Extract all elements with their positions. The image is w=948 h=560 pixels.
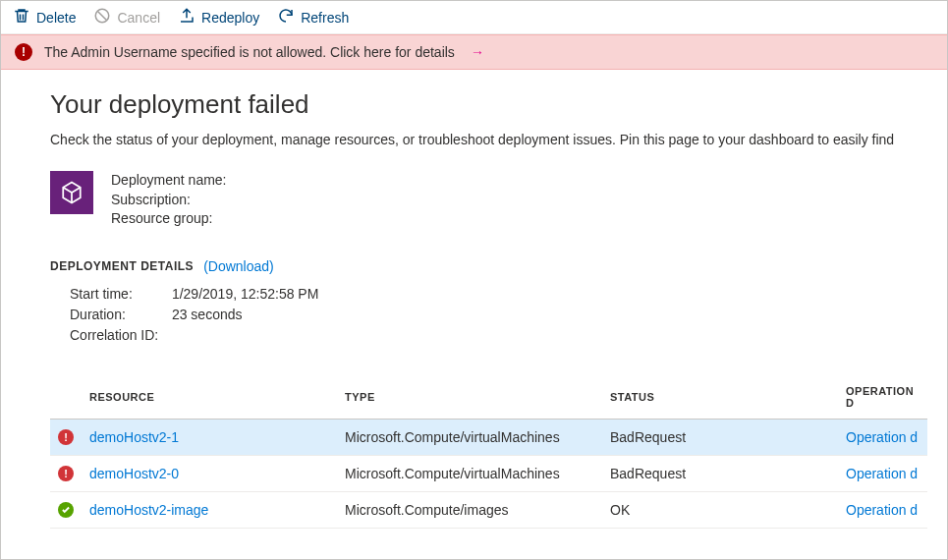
operation-link[interactable]: Operation d: [846, 429, 918, 445]
operation-link[interactable]: Operation d: [846, 502, 918, 518]
success-icon: [58, 502, 74, 518]
delete-button[interactable]: Delete: [13, 7, 76, 28]
resource-group-label: Resource group:: [111, 209, 227, 229]
toolbar: Delete Cancel Redeploy Refresh: [1, 1, 947, 34]
trash-icon: [13, 7, 30, 28]
page-subtitle: Check the status of your deployment, man…: [50, 132, 927, 147]
col-status-icon: [50, 375, 82, 420]
deployment-table: RESOURCE TYPE STATUS OPERATION D !demoHo…: [50, 375, 927, 529]
col-type[interactable]: TYPE: [337, 375, 602, 420]
details-title: DEPLOYMENT DETAILS: [50, 259, 194, 273]
col-operation[interactable]: OPERATION D: [838, 375, 927, 420]
correlation-id-label: Correlation ID:: [70, 325, 168, 346]
resource-cell: demoHostv2-1: [82, 419, 337, 455]
status-cell: OK: [602, 491, 838, 528]
table-row[interactable]: !demoHostv2-1Microsoft.Compute/virtualMa…: [50, 419, 927, 455]
operation-cell: Operation d: [838, 491, 927, 528]
redeploy-button[interactable]: Redeploy: [178, 7, 259, 28]
type-cell: Microsoft.Compute/virtualMachines: [337, 419, 602, 455]
error-icon: !: [58, 429, 74, 445]
resource-link[interactable]: demoHostv2-1: [89, 429, 179, 445]
duration-value: 23 seconds: [172, 307, 243, 322]
resource-link[interactable]: demoHostv2-image: [89, 502, 208, 518]
operation-link[interactable]: Operation d: [846, 466, 918, 481]
details-block: Start time: 1/29/2019, 12:52:58 PM Durat…: [50, 284, 927, 346]
details-header: DEPLOYMENT DETAILS (Download): [50, 258, 927, 274]
cancel-label: Cancel: [117, 10, 160, 26]
banner-text: The Admin Username specified is not allo…: [44, 44, 455, 60]
table-row[interactable]: !demoHostv2-0Microsoft.Compute/virtualMa…: [50, 455, 927, 491]
resource-cell: demoHostv2-image: [82, 491, 337, 528]
start-time-value: 1/29/2019, 12:52:58 PM: [172, 286, 318, 302]
deployment-name-label: Deployment name:: [111, 171, 227, 191]
deployment-icon: [50, 171, 93, 214]
refresh-label: Refresh: [301, 10, 349, 26]
start-time-label: Start time:: [70, 284, 168, 305]
type-cell: Microsoft.Compute/virtualMachines: [337, 455, 602, 491]
delete-label: Delete: [36, 10, 76, 26]
content-area: Your deployment failed Check the status …: [1, 70, 947, 529]
page-title: Your deployment failed: [50, 89, 927, 120]
error-banner[interactable]: ! The Admin Username specified is not al…: [1, 34, 947, 70]
table-row[interactable]: demoHostv2-imageMicrosoft.Compute/images…: [50, 491, 927, 528]
download-link[interactable]: (Download): [203, 258, 274, 274]
status-cell: BadRequest: [602, 455, 838, 491]
cancel-button: Cancel: [93, 7, 160, 28]
arrow-right-icon: →: [471, 44, 484, 60]
error-icon: !: [58, 466, 74, 481]
operation-cell: Operation d: [838, 419, 927, 455]
refresh-icon: [277, 7, 295, 28]
col-resource[interactable]: RESOURCE: [82, 375, 337, 420]
deployment-summary: Deployment name: Subscription: Resource …: [50, 171, 927, 229]
refresh-button[interactable]: Refresh: [277, 7, 349, 28]
type-cell: Microsoft.Compute/images: [337, 491, 602, 528]
duration-label: Duration:: [70, 305, 168, 325]
redeploy-label: Redeploy: [201, 10, 259, 26]
status-cell: BadRequest: [602, 419, 838, 455]
error-icon: !: [15, 43, 32, 61]
row-status-cell: !: [50, 455, 82, 491]
row-status-cell: [50, 491, 82, 528]
resource-link[interactable]: demoHostv2-0: [89, 466, 179, 481]
summary-fields: Deployment name: Subscription: Resource …: [111, 171, 227, 229]
col-status[interactable]: STATUS: [602, 375, 838, 420]
operation-cell: Operation d: [838, 455, 927, 491]
cancel-icon: [93, 7, 111, 28]
row-status-cell: !: [50, 419, 82, 455]
subscription-label: Subscription:: [111, 191, 227, 210]
redeploy-icon: [178, 7, 195, 28]
resource-cell: demoHostv2-0: [82, 455, 337, 491]
